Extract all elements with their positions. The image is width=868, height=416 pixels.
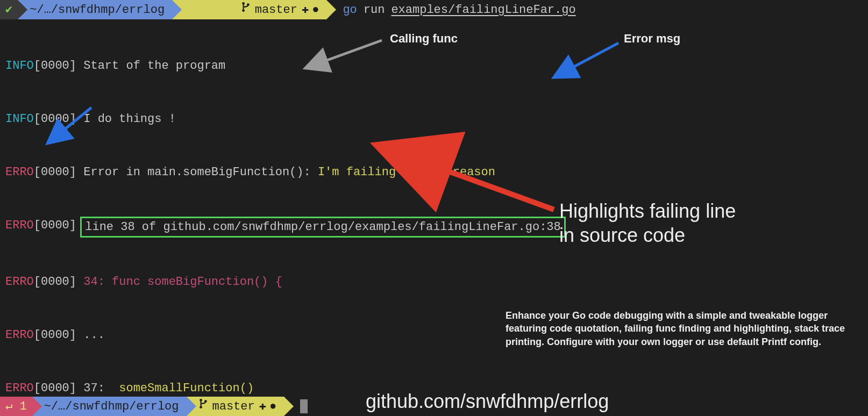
annotation-line1: Highlights failing line (559, 199, 736, 223)
git-staged-icon: ✚ (302, 1, 309, 19)
branch-name: master (255, 1, 297, 19)
annotation-error-msg: Error msg (624, 30, 680, 47)
timestamp: [0000] (34, 57, 76, 75)
bottom-prompt: ↵ 1 ~/…/snwfdhmp/errlog master ✚ ● (0, 397, 308, 416)
annotation-line2: in source code (559, 223, 736, 247)
cmd-file: examples/failingLineFar.go (391, 1, 575, 19)
svg-point-4 (200, 406, 202, 408)
timestamp: [0000] (34, 217, 76, 238)
level-erro: ERRO (5, 217, 34, 238)
svg-point-1 (242, 9, 245, 12)
return-icon: ↵ (5, 400, 12, 413)
git-dirty-icon: ● (312, 1, 319, 19)
git-branch-icon (184, 0, 251, 37)
level-erro: ERRO (5, 273, 34, 291)
git-dirty-icon: ● (269, 398, 276, 415)
level-info: INFO (5, 57, 34, 75)
branch-name: master (212, 398, 255, 415)
branch-segment: master ✚ ● (172, 0, 326, 19)
timestamp: [0000] (34, 110, 76, 128)
exit-segment: ↵ 1 (0, 397, 32, 416)
log-line: I do things ! (83, 110, 176, 128)
timestamp: [0000] (34, 379, 76, 397)
status-segment: ✔ (0, 0, 18, 19)
top-prompt: ✔ ~/…/snwfdhmp/errlog master ✚ ● go run … (0, 0, 868, 19)
level-info: INFO (5, 110, 34, 128)
svg-point-3 (200, 398, 202, 401)
git-staged-icon: ✚ (259, 398, 266, 415)
cursor[interactable] (300, 399, 308, 413)
log-line: Start of the program (83, 57, 225, 75)
source-location: line 38 of github.com/snwfdhmp/errlog/ex… (80, 217, 566, 238)
level-erro: ERRO (5, 379, 34, 397)
error-context: Error in main.someBigFunction(): (83, 163, 318, 181)
cwd-path: ~/…/snwfdhmp/errlog (44, 398, 179, 415)
terminal-output: INFO[0000] Start of the program INFO[000… (0, 19, 868, 416)
cwd-path: ~/…/snwfdhmp/errlog (30, 1, 165, 19)
code-line: someSmallFunction() (119, 379, 254, 397)
branch-segment: master ✚ ● (187, 397, 284, 416)
git-branch-icon (198, 398, 208, 415)
path-segment: ~/…/snwfdhmp/errlog (32, 397, 187, 416)
svg-point-0 (242, 2, 245, 4)
annotation-description: Enhance your Go code debugging with a si… (506, 309, 855, 348)
path-segment: ~/…/snwfdhmp/errlog (18, 0, 172, 19)
level-erro: ERRO (5, 163, 34, 181)
cmd-go: go (343, 1, 357, 19)
level-erro: ERRO (5, 326, 34, 344)
exit-code: 1 (19, 400, 26, 413)
code-line: 34: func someBigFunction() { (83, 273, 282, 291)
timestamp: [0000] (34, 273, 76, 291)
command-line[interactable]: go run examples/failingLineFar.go (326, 0, 575, 19)
error-message: I'm failing for no reason (318, 163, 495, 181)
annotation-repo-link: github.com/snwfdhmp/errlog (366, 387, 609, 416)
timestamp: [0000] (34, 326, 76, 344)
timestamp: [0000] (34, 163, 76, 181)
annotation-calling-func: Calling func (390, 30, 458, 47)
annotation-highlight: Highlights failing line in source code (559, 199, 736, 247)
line-num: 37: (83, 379, 119, 397)
cmd-run: run (364, 1, 385, 19)
check-icon: ✔ (5, 1, 12, 19)
code-ellipsis: ... (83, 326, 105, 344)
